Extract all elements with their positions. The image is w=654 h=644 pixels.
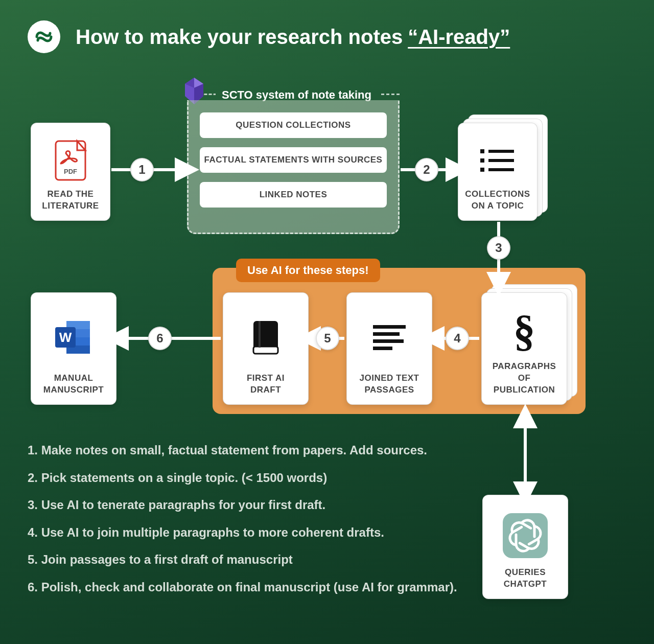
steps-list: 1. Make notes on small, factual statemen…: [28, 442, 457, 606]
step-badge-3: 3: [487, 236, 510, 260]
step-badge-2: 2: [415, 158, 438, 181]
step-badge-5: 5: [316, 327, 339, 350]
step-badge-6: 6: [148, 327, 172, 350]
step-2: 2. Pick statements on a single topic. (<…: [28, 469, 457, 487]
step-4: 4. Use AI to join multiple paragraphs to…: [28, 524, 457, 541]
step-1: 1. Make notes on small, factual statemen…: [28, 442, 457, 459]
step-badge-4: 4: [446, 327, 469, 350]
step-3: 3. Use AI to tenerate paragraphs for you…: [28, 496, 457, 514]
step-badge-1: 1: [130, 158, 154, 181]
step-5: 5. Join passages to a first draft of man…: [28, 551, 457, 568]
step-6: 6. Polish, check and collaborate on fina…: [28, 579, 457, 596]
